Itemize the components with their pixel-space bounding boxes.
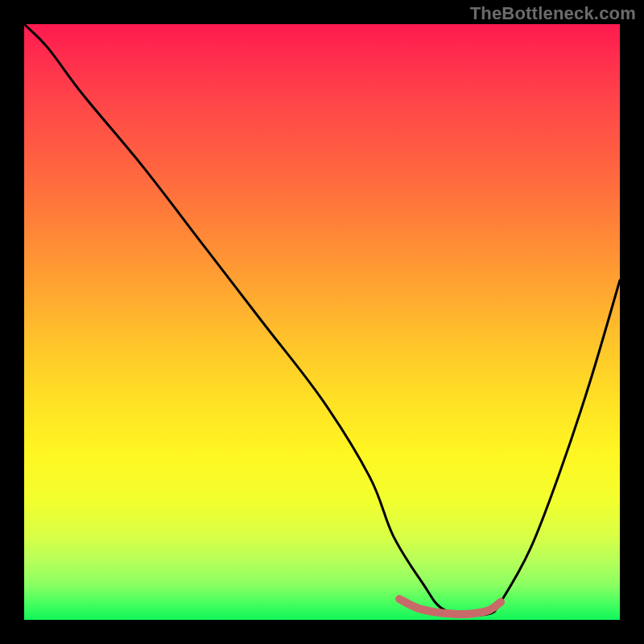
- bottleneck-curve-path: [24, 24, 620, 615]
- optimal-range-marker-path: [399, 599, 501, 614]
- plot-area: [24, 24, 620, 620]
- chart-svg: [24, 24, 620, 620]
- chart-frame: TheBottleneck.com: [0, 0, 644, 644]
- watermark-text: TheBottleneck.com: [470, 3, 636, 24]
